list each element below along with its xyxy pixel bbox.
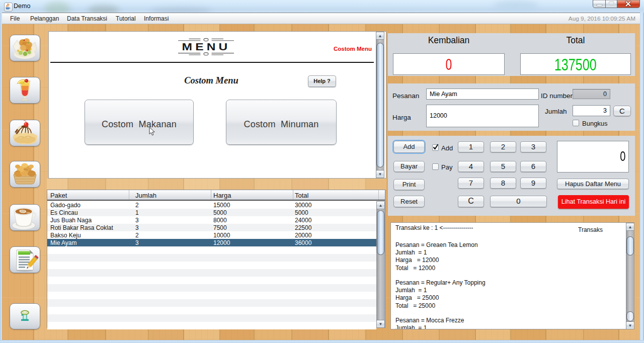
svg-text:MENU: MENU [182, 41, 231, 52]
